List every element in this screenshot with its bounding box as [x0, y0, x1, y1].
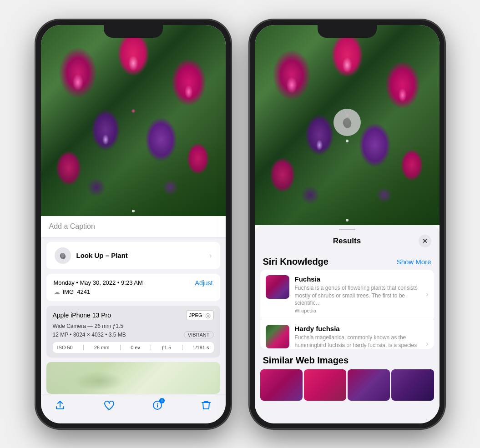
camera-header: Apple iPhone 13 Pro JPEG ◎: [53, 310, 214, 320]
specs-text: 12 MP • 3024 × 4032 • 3.5 MB: [53, 332, 126, 338]
lookup-bold: Look Up: [76, 252, 104, 259]
filename: IMG_4241: [63, 288, 91, 295]
similar-header: Similar Web Images: [255, 349, 440, 369]
notch-left: [104, 25, 163, 38]
phones-container: Add a Caption Look Up – Plant: [35, 20, 445, 429]
lookup-label: Look Up – Plant: [76, 252, 128, 259]
date-row: Monday • May 30, 2022 • 9:23 AM Adjust: [54, 279, 213, 287]
similar-images-row: [255, 369, 440, 400]
fuchsia-thumb-bg: [266, 275, 289, 299]
fuchsia-chevron-icon: ›: [426, 290, 428, 298]
hardy-chevron-icon: ›: [426, 340, 428, 348]
left-photo-area[interactable]: [41, 25, 226, 216]
show-more-button[interactable]: Show More: [397, 258, 431, 266]
siri-visual-icon: [333, 109, 361, 136]
specs-row: 12 MP • 3024 × 4032 • 3.5 MB VIBRANT: [53, 331, 214, 338]
results-title: Results: [276, 237, 419, 246]
lookup-chevron-icon: ›: [209, 252, 212, 260]
delete-button[interactable]: [201, 400, 212, 411]
close-icon: ✕: [422, 237, 428, 245]
fuchsia-text: Fuchsia Fuchsia is a genus of flowering …: [295, 275, 421, 313]
siri-knowledge-title: Siri Knowledge: [263, 257, 328, 267]
left-phone: Add a Caption Look Up – Plant: [35, 20, 231, 429]
knowledge-card: Fuchsia Fuchsia is a genus of flowering …: [260, 270, 434, 349]
camera-section: Apple iPhone 13 Pro JPEG ◎ Wide Camera —…: [46, 306, 220, 357]
fuchsia-source: Wikipedia: [295, 308, 421, 313]
left-phone-inner: Add a Caption Look Up – Plant: [41, 25, 226, 423]
date-section: Monday • May 30, 2022 • 9:23 AM Adjust ☁…: [46, 274, 220, 301]
notch-right: [318, 25, 377, 38]
knowledge-item-fuchsia[interactable]: Fuchsia Fuchsia is a genus of flowering …: [260, 270, 434, 319]
aperture-value: ƒ1.5: [162, 345, 171, 350]
cloud-icon: ☁: [54, 288, 60, 296]
bottom-toolbar-left: i: [41, 394, 226, 423]
format-badge: JPEG ◎: [186, 310, 214, 320]
hardy-fuchsia-thumbnail: [266, 325, 289, 348]
results-header: Results ✕: [255, 230, 440, 252]
fuchsia-description: Fuchsia is a genus of flowering plants t…: [295, 284, 421, 307]
lookup-suffix: – Plant: [106, 252, 128, 259]
flower-photo-left: [41, 25, 226, 216]
format-label: JPEG: [189, 312, 202, 318]
hardy-fuchsia-name: Hardy fuchsia: [295, 325, 421, 332]
info-badge: i: [159, 398, 165, 403]
exif-sep-3: [151, 345, 151, 350]
similar-image-3[interactable]: [348, 369, 390, 400]
pager-dot-right: [346, 219, 349, 221]
exif-sep-1: [83, 345, 84, 350]
similar-image-1[interactable]: [260, 369, 303, 400]
map-preview[interactable]: [46, 362, 220, 394]
right-phone-inner: Results ✕ Siri Knowledge Show More: [255, 25, 440, 423]
siri-dot: [346, 140, 349, 142]
info-button[interactable]: i: [152, 400, 163, 411]
caption-placeholder: Add a Caption: [49, 222, 95, 230]
lookup-row[interactable]: Look Up – Plant ›: [46, 242, 220, 269]
close-button[interactable]: ✕: [419, 235, 431, 247]
results-panel: Results ✕ Siri Knowledge Show More: [255, 225, 440, 423]
aperture-icon: ◎: [205, 312, 211, 319]
share-button[interactable]: [55, 400, 66, 411]
pager-dot-left: [132, 210, 135, 212]
exif-sep-4: [182, 345, 182, 350]
fuchsia-name: Fuchsia: [295, 275, 421, 283]
siri-knowledge-header: Siri Knowledge Show More: [255, 252, 440, 270]
home-indicator-left: [106, 423, 161, 425]
right-bottom-spacer: [255, 401, 440, 423]
vibrant-badge: VIBRANT: [184, 331, 214, 338]
hardy-fuchsia-text: Hardy fuchsia Fuchsia magellanica, commo…: [295, 325, 421, 349]
right-phone: Results ✕ Siri Knowledge Show More: [249, 20, 445, 429]
similar-image-4[interactable]: [391, 369, 434, 400]
date-text: Monday • May 30, 2022 • 9:23 AM: [54, 279, 143, 286]
favorite-button[interactable]: [103, 400, 114, 411]
focal-length-value: 26 mm: [94, 345, 110, 350]
info-badge-icon: i: [162, 398, 162, 403]
exif-sep-2: [120, 345, 121, 350]
fuchsia-thumbnail: [266, 275, 289, 299]
similar-images-title: Similar Web Images: [263, 355, 349, 365]
right-photo-area[interactable]: [255, 25, 440, 225]
photo-info-area: Add a Caption Look Up – Plant: [41, 216, 226, 394]
adjust-button[interactable]: Adjust: [195, 279, 213, 287]
exif-row: ISO 50 26 mm 0 ev ƒ1.5 1/181 s: [53, 342, 214, 353]
ev-value: 0 ev: [131, 345, 140, 350]
caption-area[interactable]: Add a Caption: [41, 216, 226, 237]
wide-camera-text: Wide Camera — 26 mm ƒ1.5: [53, 323, 214, 329]
camera-name: Apple iPhone 13 Pro: [53, 312, 111, 319]
home-indicator-right: [320, 423, 374, 425]
shutter-value: 1/181 s: [192, 345, 209, 350]
iso-value: ISO 50: [57, 345, 73, 350]
hardy-fuchsia-description: Fuchsia magellanica, commonly known as t…: [295, 334, 421, 349]
hardy-thumb-bg: [266, 325, 289, 348]
siri-leaf-icon: [55, 247, 71, 264]
similar-image-2[interactable]: [304, 369, 346, 400]
knowledge-item-hardy-fuchsia[interactable]: Hardy fuchsia Fuchsia magellanica, commo…: [260, 319, 434, 349]
location-row: ☁ IMG_4241: [54, 288, 213, 296]
